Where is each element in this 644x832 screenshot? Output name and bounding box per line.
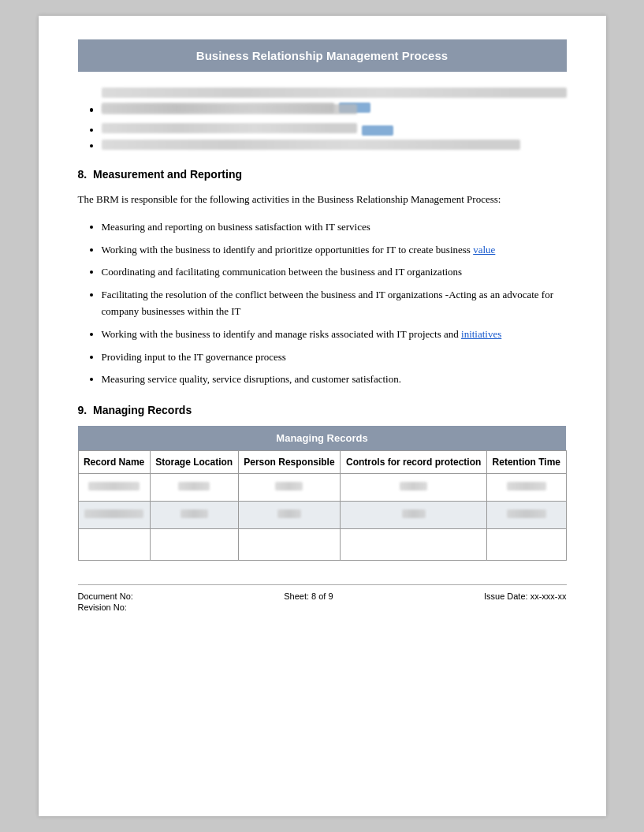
blurred-line (102, 88, 567, 98)
cell-3-4 (341, 529, 487, 561)
bullet-item-3: Coordinating and facilitating communicat… (102, 264, 567, 281)
table-title-cell: Managing Records (78, 426, 566, 451)
document-footer: Document No: Revision No: Sheet: 8 of 9 … (78, 584, 567, 612)
table-title-row: Managing Records (78, 426, 566, 451)
footer-left: Document No: Revision No: (78, 591, 133, 612)
title-bar: Business Relationship Management Process (78, 39, 567, 72)
blurred-top-section (78, 88, 567, 152)
bullet-4-text: Facilitating the resolution of the confl… (102, 289, 554, 317)
blurred-item-1 (102, 88, 567, 98)
table-row-3 (78, 529, 566, 561)
blurred-item-2 (102, 104, 567, 117)
bullet-item-6: Providing input to the IT governance pro… (102, 349, 567, 366)
managing-records-table: Managing Records Record Name Storage Loc… (78, 426, 567, 561)
blurred-line (102, 123, 358, 133)
cell-2-2 (150, 502, 238, 529)
blurred-cell (84, 509, 143, 518)
section-9: 9. Managing Records Managing Records Rec… (78, 404, 567, 561)
section-8-intro: The BRM is responsible for the following… (78, 192, 567, 208)
cell-1-5 (487, 474, 566, 502)
blurred-line (102, 140, 520, 150)
section-8-heading: 8. Measurement and Reporting (78, 168, 567, 181)
cell-1-2 (150, 474, 238, 502)
footer-center: Sheet: 8 of 9 (284, 591, 333, 612)
bullet-3-text: Coordinating and facilitating communicat… (102, 266, 463, 278)
bullet-item-4: Facilitating the resolution of the confl… (102, 287, 567, 320)
blurred-cell (88, 482, 140, 491)
blurred-cell (507, 509, 546, 518)
blurred-cell (277, 509, 301, 518)
blurred-item-3 (102, 123, 567, 133)
bullet-2-text: Working with the business to identify an… (102, 244, 496, 256)
bullet-7-text: Measuring service quality, service disru… (102, 373, 401, 385)
table-row-2 (78, 502, 566, 529)
section-8: 8. Measurement and Reporting The BRM is … (78, 168, 567, 388)
col-record-name: Record Name (78, 451, 150, 474)
cell-1-1 (78, 474, 150, 502)
blurred-cell (181, 509, 208, 518)
issue-date-label: Issue Date: (484, 591, 528, 601)
col-person-responsible: Person Responsible (238, 451, 341, 474)
cell-2-1 (78, 502, 150, 529)
value-link[interactable]: value (473, 244, 495, 256)
section-9-heading: 9. Managing Records (78, 404, 567, 416)
footer-right: Issue Date: xx-xxx-xx (484, 591, 567, 612)
blurred-cell (178, 482, 210, 491)
blurred-cell (402, 509, 426, 518)
blurred-bullet-list (102, 88, 567, 152)
blurred-line (102, 104, 358, 114)
bullet-1-text: Measuring and reporting on business sati… (102, 221, 370, 233)
bullet-item-1: Measuring and reporting on business sati… (102, 219, 567, 236)
section-8-bullet-list: Measuring and reporting on business sati… (102, 219, 567, 388)
table-header-row: Record Name Storage Location Person Resp… (78, 451, 566, 474)
document-title: Business Relationship Management Process (94, 49, 551, 62)
document-page: Business Relationship Management Process (39, 16, 606, 816)
sheet-info: Sheet: 8 of 9 (284, 591, 333, 601)
blurred-cell (507, 482, 546, 491)
bullet-item-5: Working with the business to identify an… (102, 326, 567, 343)
table-row-1 (78, 474, 566, 502)
cell-3-1 (78, 529, 150, 561)
col-controls: Controls for record protection (341, 451, 487, 474)
cell-2-5 (487, 502, 566, 529)
blurred-link (362, 125, 393, 136)
col-retention: Retention Time (487, 451, 566, 474)
cell-2-4 (341, 502, 487, 529)
cell-3-3 (238, 529, 341, 561)
revision-label: Revision No: (78, 603, 133, 612)
bullet-6-text: Providing input to the IT governance pro… (102, 351, 286, 363)
col-storage-location: Storage Location (150, 451, 238, 474)
bullet-5-text: Working with the business to identify an… (102, 328, 502, 340)
cell-1-4 (341, 474, 487, 502)
cell-3-5 (487, 529, 566, 561)
blurred-cell (400, 482, 427, 491)
bullet-item-7: Measuring service quality, service disru… (102, 371, 567, 388)
blurred-item-4 (102, 140, 567, 152)
cell-2-3 (238, 502, 341, 529)
doc-no-label: Document No: (78, 591, 133, 601)
issue-date-value: xx-xxx-xx (530, 591, 567, 601)
blurred-cell (275, 482, 303, 491)
initiatives-link[interactable]: initiatives (461, 328, 501, 340)
bullet-item-2: Working with the business to identify an… (102, 242, 567, 259)
cell-1-3 (238, 474, 341, 502)
cell-3-2 (150, 529, 238, 561)
